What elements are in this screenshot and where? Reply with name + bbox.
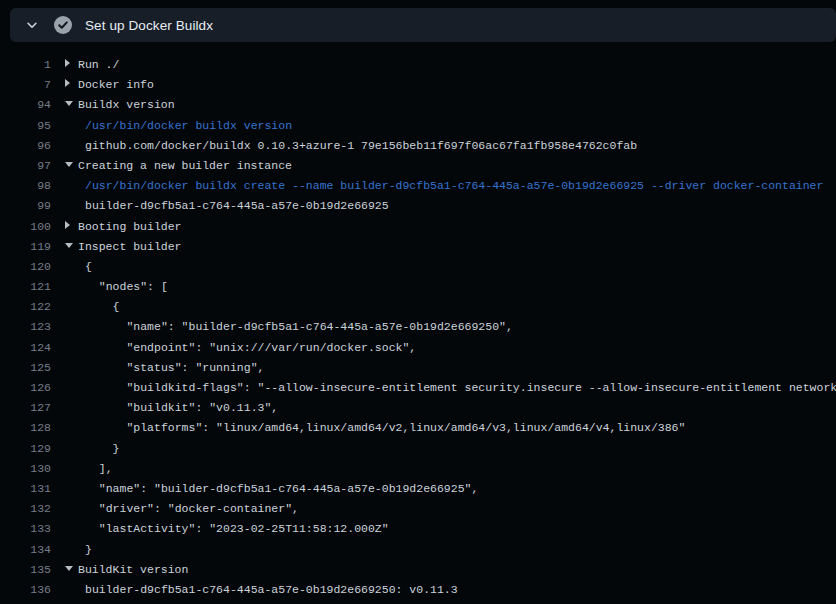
log-line: 127 "buildkit": "v0.11.3", [0,398,836,418]
log-output-text: { [65,257,92,277]
log-group-title: Inspect builder [78,240,182,253]
line-number[interactable]: 127 [0,398,51,418]
log-line: 7 Docker info [0,75,836,95]
log-group-header[interactable]: Buildx version [65,95,175,115]
log-line: 98 /usr/bin/docker buildx create --name … [0,176,836,196]
triangle-right-icon [65,55,78,75]
log-line: 99 builder-d9cfb5a1-c764-445a-a57e-0b19d… [0,196,836,216]
log-output-text: { [65,297,120,317]
log-line: 121 "nodes": [ [0,277,836,297]
log-line: 135 BuildKit version [0,560,836,580]
check-circle-icon [54,16,72,34]
log-line: 125 "status": "running", [0,358,836,378]
log-line: 97 Creating a new builder instance [0,156,836,176]
log-lines: 1 Run ./ 7 Docker info 94 Buildx version… [0,55,836,600]
log-output-text: "driver": "docker-container", [65,499,299,519]
triangle-down-icon [65,560,78,580]
triangle-down-icon [65,95,78,115]
log-output-text: "buildkit": "v0.11.3", [65,398,278,418]
log-output-text: "nodes": [ [65,277,168,297]
log-line: 126 "buildkitd-flags": "--allow-insecure… [0,378,836,398]
chevron-down-icon[interactable] [24,17,40,33]
line-number[interactable]: 135 [0,560,51,580]
log-output-text: } [65,439,120,459]
log-output-text: ], [65,459,113,479]
step-header[interactable]: Set up Docker Buildx [10,8,836,42]
line-number[interactable]: 121 [0,277,51,297]
log-output-text: github.com/docker/buildx 0.10.3+azure-1 … [65,136,637,156]
line-number[interactable]: 134 [0,540,51,560]
log-group-title: Creating a new builder instance [78,159,292,172]
log-group-title: Buildx version [78,99,175,112]
log-command-text: /usr/bin/docker buildx version [65,116,292,136]
log-line: 136 builder-d9cfb5a1-c764-445a-a57e-0b19… [0,580,836,600]
log-output-text: "endpoint": "unix:///var/run/docker.sock… [65,338,416,358]
log-group-header[interactable]: Creating a new builder instance [65,156,292,176]
log-line: 96 github.com/docker/buildx 0.10.3+azure… [0,136,836,156]
step-title: Set up Docker Buildx [85,18,213,33]
log-output-text: builder-d9cfb5a1-c764-445a-a57e-0b19d2e6… [65,196,389,216]
log-line: 122 { [0,297,836,317]
log-line: 95 /usr/bin/docker buildx version [0,116,836,136]
log-output-text: "status": "running", [65,358,264,378]
log-group-title: BuildKit version [78,563,188,576]
line-number[interactable]: 126 [0,378,51,398]
line-number[interactable]: 133 [0,519,51,539]
line-number[interactable]: 128 [0,418,51,438]
line-number[interactable]: 97 [0,156,51,176]
log-output-text: } [65,540,92,560]
line-number[interactable]: 100 [0,217,51,237]
triangle-right-icon [65,75,78,95]
line-number[interactable]: 98 [0,176,51,196]
log-line: 100 Booting builder [0,217,836,237]
log-group-header[interactable]: Inspect builder [65,237,182,257]
line-number[interactable]: 123 [0,317,51,337]
log-group-header[interactable]: Run ./ [65,55,119,75]
log-group-header[interactable]: Booting builder [65,217,182,237]
line-number[interactable]: 136 [0,580,51,600]
line-number[interactable]: 122 [0,297,51,317]
log-group-title: Run ./ [78,58,119,71]
log-line: 133 "lastActivity": "2023-02-25T11:58:12… [0,519,836,539]
log-output-text: "name": "builder-d9cfb5a1-c764-445a-a57e… [65,479,478,499]
line-number[interactable]: 95 [0,116,51,136]
triangle-right-icon [65,217,78,237]
line-number[interactable]: 1 [0,55,51,75]
log-line: 129 } [0,439,836,459]
line-number[interactable]: 130 [0,459,51,479]
line-number[interactable]: 132 [0,499,51,519]
log-line: 132 "driver": "docker-container", [0,499,836,519]
line-number[interactable]: 124 [0,338,51,358]
log-line: 124 "endpoint": "unix:///var/run/docker.… [0,338,836,358]
log-command-text: /usr/bin/docker buildx create --name bui… [65,176,823,196]
log-output-text: "name": "builder-d9cfb5a1-c764-445a-a57e… [65,317,513,337]
line-number[interactable]: 96 [0,136,51,156]
log-line: 130 ], [0,459,836,479]
log-output-text: "platforms": "linux/amd64,linux/amd64/v2… [65,418,685,438]
log-line: 128 "platforms": "linux/amd64,linux/amd6… [0,418,836,438]
line-number[interactable]: 119 [0,237,51,257]
line-number[interactable]: 129 [0,439,51,459]
log-line: 120 { [0,257,836,277]
line-number[interactable]: 131 [0,479,51,499]
log-line: 119 Inspect builder [0,237,836,257]
line-number[interactable]: 94 [0,95,51,115]
log-line: 94 Buildx version [0,95,836,115]
line-number[interactable]: 120 [0,257,51,277]
triangle-down-icon [65,156,78,176]
log-group-header[interactable]: Docker info [65,75,154,95]
log-group-header[interactable]: BuildKit version [65,560,188,580]
log-line: 123 "name": "builder-d9cfb5a1-c764-445a-… [0,317,836,337]
line-number[interactable]: 99 [0,196,51,216]
log-output-text: "lastActivity": "2023-02-25T11:58:12.000… [65,519,389,539]
log-group-title: Booting builder [78,220,182,233]
log-line: 134 } [0,540,836,560]
log-line: 131 "name": "builder-d9cfb5a1-c764-445a-… [0,479,836,499]
log-line: 1 Run ./ [0,55,836,75]
log-output-text: builder-d9cfb5a1-c764-445a-a57e-0b19d2e6… [65,580,458,600]
triangle-down-icon [65,237,78,257]
log-group-title: Docker info [78,78,154,91]
log-output-text: "buildkitd-flags": "--allow-insecure-ent… [65,378,836,398]
line-number[interactable]: 7 [0,75,51,95]
line-number[interactable]: 125 [0,358,51,378]
